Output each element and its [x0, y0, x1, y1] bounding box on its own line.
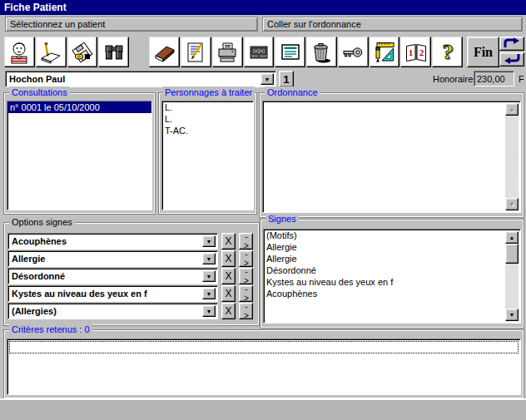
signe-list-item[interactable]: Allergie [264, 241, 520, 253]
redo-arrow-button[interactable] [499, 37, 524, 51]
print-button[interactable] [212, 37, 243, 67]
personnages-group-label: Personnages à traiter [162, 86, 255, 98]
window-title: Fiche Patient [4, 2, 67, 13]
clear-label: X [226, 305, 232, 317]
transfer-label: -> [244, 250, 248, 268]
toolbar: 1 2 ? ? Fin [0, 37, 526, 67]
select-patient-bar[interactable]: Sélectionnez un patient [5, 17, 258, 32]
personnage-list-item[interactable]: L. [162, 113, 253, 125]
criteres-group: Critères retenus : 0 [3, 329, 524, 399]
signes-list[interactable]: (Motifs) Allergie Allergie Désordonné Ky… [263, 229, 521, 324]
scroll-up-button[interactable]: ▲ [505, 231, 519, 244]
signes-group: Signes (Motifs) Allergie Allergie Désord… [260, 219, 524, 329]
patient-combobox-dropdown-button[interactable]: ▼ [261, 73, 274, 85]
options-signes-group-label: Options signes [9, 216, 75, 228]
transfer-signe-button-2[interactable]: -> [239, 250, 253, 267]
tape-recorder-button[interactable] [244, 37, 275, 67]
help-button[interactable]: ? ? [432, 37, 463, 67]
clear-label: X [226, 253, 232, 264]
scroll-down-button[interactable]: ▼ [505, 309, 519, 321]
honoraires-label: Honoraires [433, 74, 478, 84]
ordonnance-textarea[interactable]: ▲ ▼ [262, 101, 521, 213]
scrollbar-track[interactable] [505, 116, 519, 198]
personnage-list-item[interactable]: T-AC. [162, 125, 253, 136]
personnage-list-item[interactable]: L. [162, 101, 253, 113]
scroll-up-icon: ▲ [509, 106, 515, 112]
svg-text:2: 2 [419, 47, 424, 57]
clear-signe-button-4[interactable]: X [221, 285, 236, 302]
clear-signe-button-1[interactable]: X [221, 233, 236, 250]
signe-combobox-5-dropdown-button[interactable]: ▼ [202, 305, 216, 317]
scrollbar-thumb[interactable] [505, 244, 519, 264]
help-question-icon: ? ? [436, 41, 459, 64]
tape-recorder-icon [247, 41, 270, 64]
toolbar-gap [130, 37, 149, 67]
key-button[interactable] [338, 37, 369, 67]
transfer-signe-button-3[interactable]: -> [239, 268, 253, 284]
ordonnance-group-label: Ordonnance [265, 86, 320, 98]
search-button[interactable] [98, 37, 129, 67]
signe-list-item[interactable]: Désordonné [264, 264, 520, 276]
transfer-signe-button-5[interactable]: -> [239, 303, 253, 319]
return-arrow-button[interactable] [499, 52, 524, 67]
calendar-icon: 1 2 [404, 41, 428, 64]
personnages-group: Personnages à traiter L. L. T-AC. [158, 92, 257, 215]
signe-combobox-3-dropdown-button[interactable]: ▼ [202, 270, 216, 282]
signe-combobox-3[interactable]: Désordonné ▼ [7, 268, 218, 284]
consultations-group: Consultations n° 0001 le 05/10/2000 [3, 92, 156, 215]
fin-button[interactable]: Fin [467, 37, 499, 67]
geometry-tools-button[interactable] [370, 37, 400, 67]
signe-combobox-4[interactable]: Kystes au niveau des yeux en f ▼ [7, 285, 218, 302]
chevron-down-icon: ▼ [265, 77, 270, 82]
clear-signe-button-2[interactable]: X [221, 250, 236, 267]
consultations-list[interactable]: n° 0001 le 05/10/2000 [7, 101, 152, 210]
chevron-down-icon: ▼ [206, 256, 212, 262]
personnages-list[interactable]: L. L. T-AC. [161, 101, 254, 210]
consultation-count-button[interactable]: 1 [279, 71, 294, 87]
signe-list-item[interactable]: (Motifs) [264, 230, 520, 241]
svg-text:?: ? [442, 41, 453, 64]
transfer-signe-button-1[interactable]: -> [239, 233, 253, 250]
list-window-button[interactable] [275, 37, 305, 67]
save-disk-button[interactable] [67, 37, 98, 67]
signe-combobox-1[interactable]: Acouphènes ▼ [7, 233, 218, 250]
trash-button[interactable] [306, 37, 337, 67]
clear-label: X [226, 270, 232, 282]
patient-button[interactable] [4, 37, 35, 67]
clear-signe-button-3[interactable]: X [221, 268, 236, 284]
arrow-buttons [499, 37, 524, 67]
scroll-up-icon: ▲ [509, 235, 515, 240]
consultation-list-item[interactable]: n° 0001 le 05/10/2000 [7, 101, 151, 113]
svg-text:1: 1 [408, 47, 413, 57]
scroll-down-button[interactable]: ▼ [505, 198, 519, 210]
signe-combobox-2-dropdown-button[interactable]: ▼ [202, 253, 216, 264]
clear-signe-button-5[interactable]: X [221, 303, 236, 319]
signe-combobox-4-dropdown-button[interactable]: ▼ [202, 288, 216, 299]
scroll-down-icon: ▼ [509, 201, 515, 207]
currency-label: F [519, 74, 524, 84]
signe-list-item[interactable]: Kystes au niveau des yeux en f [264, 276, 520, 288]
scroll-up-button[interactable]: ▲ [505, 103, 519, 116]
background-band [0, 400, 526, 420]
note-pencil-button[interactable] [36, 37, 67, 67]
paste-ordonnance-bar[interactable]: Coller sur l'ordonnance [262, 17, 523, 32]
document-edit-button[interactable] [181, 37, 211, 67]
signe-combobox-5[interactable]: (Allergies) ▼ [7, 303, 218, 319]
binoculars-search-icon [102, 41, 126, 64]
honoraires-input[interactable] [474, 71, 514, 86]
transfer-signe-button-4[interactable]: -> [239, 285, 253, 302]
criteres-list[interactable] [7, 338, 521, 395]
patient-combobox[interactable]: Hochon Paul ▼ [5, 71, 276, 87]
signe-combobox-5-value: (Allergies) [9, 304, 216, 318]
signe-list-item[interactable]: Acouphènes [264, 288, 520, 299]
signe-list-item[interactable]: Allergie [264, 253, 520, 264]
criteres-focus-row[interactable] [9, 341, 519, 353]
book-button[interactable] [149, 37, 180, 67]
signe-combobox-2[interactable]: Allergie ▼ [7, 250, 218, 267]
document-edit-icon [184, 41, 207, 64]
ordonnance-scrollbar[interactable]: ▲ ▼ [505, 103, 519, 210]
signe-combobox-1-dropdown-button[interactable]: ▼ [202, 235, 216, 247]
signe-combobox-3-value: Désordonné [9, 269, 216, 283]
signes-scrollbar[interactable]: ▲ ▼ [505, 231, 519, 321]
calendar-button[interactable]: 1 2 [400, 37, 431, 67]
